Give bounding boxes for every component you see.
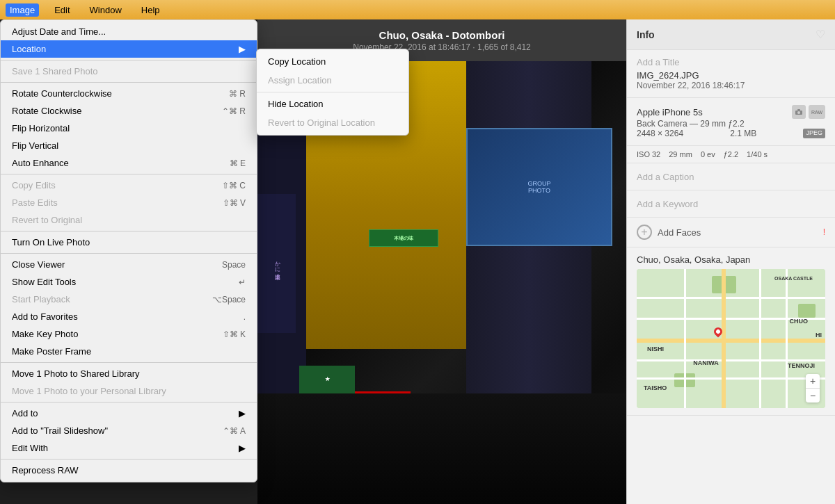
map-label-chuo: CHUO (790, 318, 809, 325)
info-panel: Info ♡ Add a Title IMG_2624.JPG November… (626, 19, 835, 504)
exif-row: ISO 32 29 mm 0 ev ƒ2.2 1/40 s (627, 146, 835, 163)
shortcut-paste-edits: ⇧⌘ V (223, 198, 246, 208)
svg-point-2 (797, 111, 800, 114)
camera-info: Back Camera — 29 mm ƒ2.2 (637, 119, 825, 129)
aperture-value: ƒ2.2 (724, 150, 738, 158)
menu-start-playback: Start Playback ⌥Space (1, 291, 257, 308)
info-device-section: Apple iPhone 5s RAW Back Camera — 29 mm … (627, 98, 835, 146)
image-menu-dropdown: Adjust Date and Time... Location ▶ Save … (0, 19, 257, 482)
camera-icon (792, 105, 806, 119)
info-panel-title: Info (637, 29, 655, 40)
add-faces-icon: + (637, 225, 652, 240)
location-name: Chuo, Osaka, Osaka, Japan (637, 254, 825, 265)
menu-help[interactable]: Help (137, 3, 164, 17)
menu-move-personal: Move 1 Photo to your Personal Library (1, 382, 257, 400)
green-sign: 本場の味 (369, 229, 438, 247)
road-h3 (637, 359, 825, 361)
info-panel-header: Info ♡ (627, 19, 835, 50)
menu-add-trail-slideshow[interactable]: Add to "Trail Slideshow" ⌃⌘ A (1, 422, 257, 439)
map-label-naniwa: NANIWA (693, 359, 719, 366)
sep-4 (1, 231, 257, 231)
menu-close-viewer[interactable]: Close Viewer Space (1, 256, 257, 273)
menu-make-poster-frame[interactable]: Make Poster Frame (1, 343, 257, 360)
menu-make-key-photo[interactable]: Make Key Photo ⇧⌘ K (1, 325, 257, 343)
shortcut-trail: ⌃⌘ A (223, 426, 246, 436)
menu-reprocess-raw[interactable]: Reprocess RAW (1, 462, 257, 479)
menu-edit[interactable]: Edit (50, 3, 74, 17)
menu-add-favorites[interactable]: Add to Favorites . (1, 308, 257, 325)
sep-3 (1, 174, 257, 174)
raw-icon: RAW (809, 105, 825, 119)
submenu-sep (257, 92, 408, 92)
road-v3 (786, 269, 788, 408)
photo-title: Chuo, Osaka - Dotombori (379, 29, 505, 41)
submenu-assign-location: Assign Location (257, 71, 408, 90)
shortcut-copy-edits: ⇧⌘ C (222, 181, 246, 190)
faces-label: Add Faces (658, 227, 701, 238)
menu-adjust-date[interactable]: Adjust Date and Time... (1, 23, 257, 40)
shortcut-key-photo: ⇧⌘ K (223, 330, 246, 339)
submenu-hide-location[interactable]: Hide Location (257, 95, 408, 113)
menu-rotate-ccw[interactable]: Rotate Counterclockwise ⌘ R (1, 85, 257, 102)
map-green-2 (798, 304, 816, 318)
menu-image[interactable]: Image (6, 3, 39, 17)
edit-with-arrow: ▶ (239, 443, 246, 453)
add-caption-text: Add a Caption (637, 172, 694, 182)
menu-location[interactable]: Location ▶ (1, 40, 257, 58)
map-background: OSAKA CASTLE CHUO NISHI NANIWA TENNOJI T… (637, 269, 825, 408)
starbucks: ★ (299, 366, 355, 393)
submenu-arrow: ▶ (239, 44, 246, 54)
shortcut-rotate-ccw: ⌘ R (229, 89, 246, 99)
faces-row[interactable]: + Add Faces ! (627, 218, 835, 247)
shortcut-edit-tools: ↵ (239, 277, 246, 287)
format-badge: JPEG (803, 129, 825, 138)
menu-edit-with[interactable]: Edit With ▶ (1, 439, 257, 457)
map-label-nishi: NISHI (647, 346, 664, 352)
shortcut-rotate-cw: ⌃⌘ R (222, 106, 246, 116)
menu-live-photo[interactable]: Turn On Live Photo (1, 234, 257, 251)
shutter-value: 1/40 s (747, 150, 768, 158)
menu-copy-edits: Copy Edits ⇧⌘ C (1, 177, 257, 194)
sep-2 (1, 82, 257, 83)
device-row: Apple iPhone 5s RAW (637, 105, 825, 119)
menu-window[interactable]: Window (86, 3, 126, 17)
menu-move-shared[interactable]: Move 1 Photo to Shared Library (1, 365, 257, 382)
add-keyword-text: Add a Keyword (637, 199, 698, 209)
info-date: November 22, 2016 18:46:17 (637, 81, 825, 90)
info-heart-icon[interactable]: ♡ (816, 28, 825, 41)
menu-add-to[interactable]: Add to ▶ (1, 405, 257, 422)
device-name: Apple iPhone 5s (637, 107, 703, 117)
street (257, 393, 626, 504)
menu-revert-original: Revert to Original (1, 211, 257, 229)
shortcut-playback: ⌥Space (212, 295, 246, 304)
map-zoom-controls[interactable]: + − (806, 374, 820, 403)
map-zoom-in[interactable]: + (806, 374, 820, 388)
add-title-placeholder[interactable]: Add a Title (637, 57, 825, 67)
map-label-osaka-castle: OSAKA CASTLE (774, 276, 813, 281)
dims-row: 2448 × 3264 2.1 MB JPEG (637, 129, 825, 138)
shortcut-close-viewer: Space (222, 260, 246, 270)
menu-auto-enhance[interactable]: Auto Enhance ⌘ E (1, 154, 257, 172)
shortcut-enhance: ⌘ E (230, 158, 246, 168)
menu-flip-v[interactable]: Flip Vertical (1, 137, 257, 154)
menu-flip-h[interactable]: Flip Horizontal (1, 120, 257, 137)
road-v2 (759, 269, 761, 408)
add-keyword-section[interactable]: Add a Keyword (627, 190, 835, 218)
sep-1 (1, 60, 257, 60)
menu-show-edit-tools[interactable]: Show Edit Tools ↵ (1, 273, 257, 291)
menu-rotate-cw[interactable]: Rotate Clockwise ⌃⌘ R (1, 102, 257, 120)
main-area: Chuo, Osaka - Dotombori November 22, 201… (0, 19, 835, 504)
submenu-copy-location[interactable]: Copy Location (257, 52, 408, 71)
map-label-taisho: TAISHO (644, 384, 667, 391)
map-container[interactable]: OSAKA CASTLE CHUO NISHI NANIWA TENNOJI T… (637, 269, 825, 408)
faces-badge: ! (823, 227, 825, 237)
map-zoom-out[interactable]: − (806, 389, 820, 403)
location-submenu: Copy Location Assign Location Hide Locat… (256, 49, 409, 136)
dimensions: 2448 × 3264 (637, 129, 683, 138)
menu-save-shared: Save 1 Shared Photo (1, 63, 257, 80)
sep-7 (1, 402, 257, 403)
road-main-h (637, 339, 825, 343)
mm-value: 29 mm (669, 150, 692, 158)
add-caption-section[interactable]: Add a Caption (627, 163, 835, 190)
road-v1 (684, 269, 686, 408)
